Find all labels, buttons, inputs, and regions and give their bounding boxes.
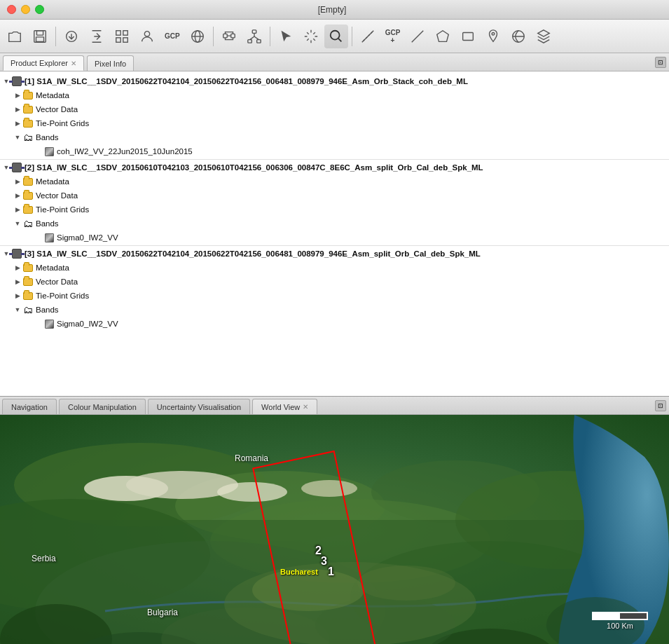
tab-world-view[interactable]: World View ✕ — [252, 399, 317, 414]
close-product-explorer[interactable]: ✕ — [71, 60, 76, 67]
close-world-view[interactable]: ✕ — [303, 403, 308, 411]
pin-tool[interactable] — [481, 25, 505, 48]
tab-navigation[interactable]: Navigation — [2, 399, 57, 414]
svg-rect-13 — [252, 29, 256, 33]
arrow-3-tpg[interactable]: ▶ — [13, 291, 22, 301]
pan-tool[interactable] — [299, 25, 323, 48]
svg-rect-14 — [248, 39, 252, 43]
item3-vector-label: Vector Data — [36, 278, 78, 286]
div2 — [0, 245, 669, 246]
arrow-1-vec[interactable]: ▶ — [13, 104, 22, 114]
globe-alt-tool[interactable] — [506, 25, 530, 48]
scale-bar: 100 Km — [592, 612, 648, 630]
close-button[interactable] — [7, 5, 16, 14]
tree-item-1-root[interactable]: ▼ [1] S1A_IW_SLC__1SDV_20150622T042104_2… — [0, 74, 669, 88]
sep1 — [55, 27, 56, 46]
tab-pixel-info[interactable]: Pixel Info — [87, 55, 134, 71]
folder-icon-meta3 — [22, 262, 34, 273]
tree-item-2-bands[interactable]: ▼ 🗂 Bands — [0, 217, 669, 231]
svg-rect-4 — [116, 30, 120, 34]
tree-item-2-metadata[interactable]: ▶ Metadata — [0, 174, 669, 189]
item1-metadata-label: Metadata — [36, 91, 69, 100]
item1-band1-label: coh_IW2_VV_22Jun2015_10Jun2015 — [57, 147, 193, 156]
layers-tool[interactable] — [532, 25, 556, 48]
arrow-2-bands[interactable]: ▼ — [13, 219, 22, 228]
polygon-tool[interactable] — [431, 25, 455, 48]
tree-item-1-metadata[interactable]: ▶ Metadata — [0, 88, 669, 102]
grid-button[interactable] — [110, 25, 134, 48]
map-area[interactable]: Romania Serbia Bulgaria Bucharest 2 3 1 … — [0, 415, 669, 644]
tree-item-3-root[interactable]: ▼ [3] S1A_IW_SLC__1SDV_20150622T042104_2… — [0, 247, 669, 261]
arrow-1-bands[interactable]: ▼ — [13, 132, 22, 142]
tree-item-3-tpg[interactable]: ▶ Tie-Point Grids — [0, 289, 669, 303]
svg-rect-11 — [223, 34, 227, 38]
folder-icon-vec1 — [22, 104, 34, 115]
div1 — [0, 159, 669, 160]
arrow-3-vec[interactable]: ▶ — [13, 277, 22, 287]
export-button[interactable] — [85, 25, 109, 48]
tree-item-1-tpg[interactable]: ▶ Tie-Point Grids — [0, 116, 669, 130]
gcp2-button[interactable]: GCP+ — [381, 25, 405, 48]
folder-icon-tpg2 — [22, 204, 34, 215]
svg-point-8 — [144, 31, 149, 36]
import-button[interactable] — [60, 25, 83, 48]
maximize-button[interactable] — [35, 5, 44, 14]
item3-metadata-label: Metadata — [36, 263, 69, 272]
folder-icon-tpg1 — [22, 118, 34, 129]
rect-tool[interactable] — [456, 25, 480, 48]
arrow-1-tpg[interactable]: ▶ — [13, 118, 22, 128]
sep2 — [213, 27, 214, 46]
arrow-1-meta[interactable]: ▶ — [13, 90, 22, 100]
line-tool[interactable] — [406, 25, 429, 48]
restore-btn-bottom[interactable]: ⊡ — [655, 400, 666, 411]
tree-item-3-vector[interactable]: ▶ Vector Data — [0, 275, 669, 289]
network-button[interactable] — [242, 25, 266, 48]
gcp-button[interactable]: GCP — [160, 25, 184, 48]
profile-button[interactable] — [135, 25, 159, 48]
tab-colour-manipulation[interactable]: Colour Manipulation — [59, 399, 146, 414]
item1-bands-label: Bands — [36, 133, 59, 142]
svg-rect-20 — [463, 32, 474, 40]
item2-vector-label: Vector Data — [36, 191, 78, 200]
arrow-2-vec[interactable]: ▶ — [13, 191, 22, 200]
tree-item-3-metadata[interactable]: ▶ Metadata — [0, 261, 669, 275]
item2-tpg-label: Tie-Point Grids — [36, 205, 89, 214]
svg-marker-19 — [437, 30, 449, 41]
tree-item-3-band1[interactable]: Sigma0_IW2_VV — [0, 317, 669, 331]
tree-item-3-bands[interactable]: ▼ 🗂 Bands — [0, 303, 669, 317]
tree-item-1-vector[interactable]: ▶ Vector Data — [0, 102, 669, 116]
restore-btn[interactable]: ⊡ — [655, 57, 666, 68]
svg-rect-5 — [123, 30, 127, 34]
tree-item-2-vector[interactable]: ▶ Vector Data — [0, 189, 669, 203]
arrow-2-tpg[interactable]: ▶ — [13, 205, 22, 214]
pe-tab-bar: Product Explorer ✕ Pixel Info ⊡ — [0, 53, 669, 71]
arrow-1-band1 — [34, 146, 43, 156]
connect-button[interactable] — [217, 25, 241, 48]
tree-item-2-tpg[interactable]: ▶ Tie-Point Grids — [0, 203, 669, 217]
tab-product-explorer[interactable]: Product Explorer ✕ — [3, 55, 84, 71]
tree-item-2-band1[interactable]: Sigma0_IW2_VV — [0, 231, 669, 245]
tree-item-1-band1[interactable]: coh_IW2_VV_22Jun2015_10Jun2015 — [0, 144, 669, 158]
save-button[interactable] — [28, 25, 52, 48]
arrow-3-meta[interactable]: ▶ — [13, 263, 22, 273]
arrow-3-bands[interactable]: ▼ — [13, 305, 22, 315]
select-tool[interactable] — [274, 25, 298, 48]
world-button[interactable] — [186, 25, 209, 48]
sep3 — [270, 27, 270, 46]
window-title: [Empty] — [318, 5, 347, 15]
title-bar: [Empty] — [0, 0, 669, 20]
arrow-2-meta[interactable]: ▶ — [13, 177, 22, 186]
item2-label: [2] S1A_IW_SLC__1SDV_20150610T042103_201… — [25, 163, 483, 172]
svg-rect-2 — [36, 36, 44, 41]
tab-uncertainty[interactable]: Uncertainty Visualisation — [148, 399, 250, 414]
item2-metadata-label: Metadata — [36, 177, 69, 186]
tree-item-2-root[interactable]: ▼ [2] S1A_IW_SLC__1SDV_20150610T042103_2… — [0, 160, 669, 174]
minimize-button[interactable] — [21, 5, 30, 14]
bands-icon-3: 🗂 — [22, 304, 34, 315]
zoom-button[interactable] — [324, 25, 348, 48]
tree-view[interactable]: ▼ [1] S1A_IW_SLC__1SDV_20150622T042104_2… — [0, 71, 669, 396]
svg-point-16 — [330, 30, 339, 39]
tree-item-1-bands[interactable]: ▼ 🗂 Bands — [0, 130, 669, 144]
open-button[interactable] — [3, 25, 27, 48]
measure-tool[interactable] — [356, 25, 380, 48]
